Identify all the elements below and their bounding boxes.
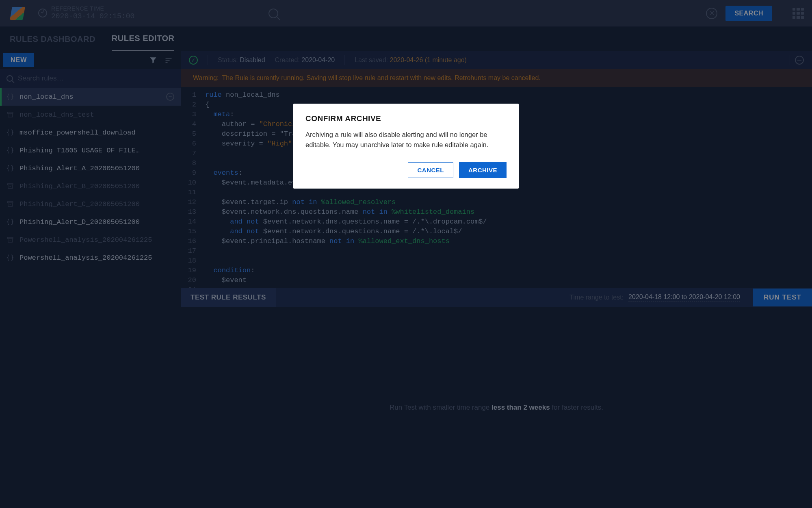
archive-button[interactable]: ARCHIVE [459, 162, 507, 178]
dialog-body: Archiving a rule will also disable alert… [305, 130, 507, 150]
confirm-archive-dialog: CONFIRM ARCHIVE Archiving a rule will al… [293, 104, 519, 189]
dialog-title: CONFIRM ARCHIVE [305, 114, 507, 123]
modal-overlay[interactable]: CONFIRM ARCHIVE Archiving a rule will al… [0, 0, 812, 508]
dialog-actions: CANCEL ARCHIVE [305, 162, 507, 178]
cancel-button[interactable]: CANCEL [408, 162, 453, 178]
